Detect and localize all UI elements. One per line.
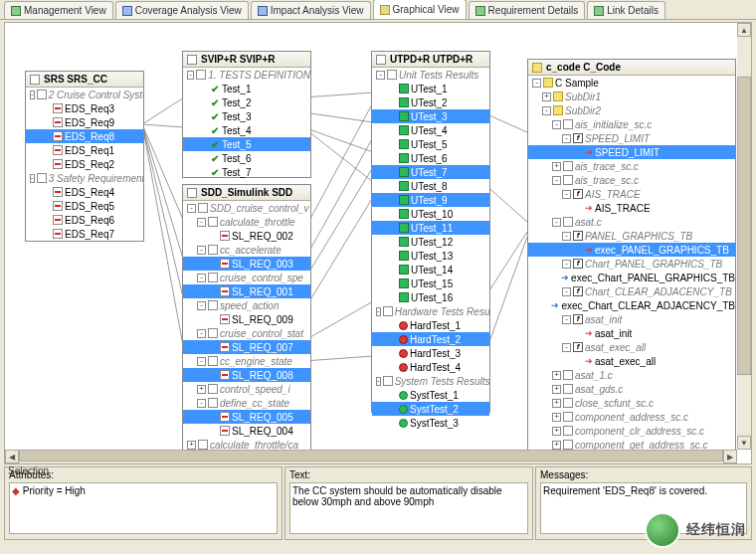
- tree-item[interactable]: -Hardware Tests Result: [372, 304, 489, 318]
- tree-item[interactable]: UTest_4: [372, 123, 489, 137]
- expand-toggle[interactable]: -: [542, 106, 551, 115]
- tree-item[interactable]: ✔Test_7: [183, 165, 310, 179]
- tree-item[interactable]: -Unit Tests Results: [372, 68, 489, 82]
- expand-toggle[interactable]: -: [376, 71, 385, 80]
- panel-ccode[interactable]: c_code C_Code -C Sample+SubDir1-SubDir2-…: [527, 59, 736, 457]
- tree-item[interactable]: -calculate_throttle: [183, 215, 310, 229]
- scroll-thumb[interactable]: [737, 77, 751, 375]
- tree-item[interactable]: ➔AIS_TRACE: [528, 201, 735, 215]
- tree-item[interactable]: +asat_1.c: [528, 368, 735, 382]
- tree-item[interactable]: -fPANEL_GRAPHICS_TB: [528, 229, 735, 243]
- tree-item[interactable]: ➔exec_Chart_CLEAR_ADJACENCY_TB: [528, 298, 735, 312]
- tree-item[interactable]: ✔Test_5: [183, 137, 310, 151]
- tree-item[interactable]: -cc_engine_state: [183, 354, 310, 368]
- tree-item[interactable]: ✔Test_4: [183, 123, 310, 137]
- tree-item[interactable]: -ais_trace_sc.c: [528, 173, 735, 187]
- tab-impact[interactable]: Impact Analysis View: [251, 1, 371, 19]
- expand-toggle[interactable]: -: [562, 134, 571, 143]
- tree-item[interactable]: SystTest_3: [372, 416, 489, 430]
- expand-toggle[interactable]: -: [197, 329, 206, 338]
- tree-item[interactable]: UTest_14: [372, 263, 489, 277]
- tree-item[interactable]: ➔asat_exec_all: [528, 354, 735, 368]
- tree-item[interactable]: UTest_13: [372, 249, 489, 263]
- tree-item[interactable]: -3 Safety Requirements: [26, 171, 143, 185]
- expand-toggle[interactable]: -: [197, 399, 206, 408]
- tree-item[interactable]: EDS_Req3: [26, 101, 143, 115]
- tab-management[interactable]: Management View: [4, 1, 113, 19]
- tree-item[interactable]: SystTest_1: [372, 388, 489, 402]
- panel-utpd[interactable]: UTPD+R UTPD+R -Unit Tests ResultsUTest_1…: [371, 51, 490, 413]
- expand-toggle[interactable]: +: [187, 441, 196, 450]
- tree-item[interactable]: HardTest_1: [372, 318, 489, 332]
- tree-item[interactable]: UTest_11: [372, 221, 489, 235]
- expand-toggle[interactable]: -: [197, 274, 206, 282]
- tree-item[interactable]: +ais_trace_sc.c: [528, 159, 735, 173]
- tree-item[interactable]: SL_REQ_004: [183, 424, 310, 438]
- tree-item[interactable]: SL_REQ_007: [183, 340, 310, 354]
- panel-srs[interactable]: SRS SRS_CC -2 Cruise Control SysteEDS_Re…: [25, 71, 144, 242]
- tree-item[interactable]: EDS_Req2: [26, 157, 143, 171]
- tree-item[interactable]: UTest_9: [372, 193, 489, 207]
- scroll-left-button[interactable]: ◀: [5, 450, 19, 463]
- tree-item[interactable]: EDS_Req1: [26, 143, 143, 157]
- expand-toggle[interactable]: -: [197, 357, 206, 366]
- tree-item[interactable]: ✔Test_2: [183, 95, 310, 109]
- tree-item[interactable]: +control_speed_i: [183, 382, 310, 396]
- tree-item[interactable]: UTest_15: [372, 277, 489, 290]
- tree-item[interactable]: +close_scfunt_sc.c: [528, 396, 735, 410]
- tree-item[interactable]: UTest_1: [372, 82, 489, 95]
- tree-item[interactable]: UTest_6: [372, 151, 489, 165]
- tree-item[interactable]: -define_cc_state: [183, 396, 310, 410]
- tab-req-details[interactable]: Requirement Details: [469, 1, 586, 19]
- tree-item[interactable]: +asat_gds.c: [528, 382, 735, 396]
- tree-item[interactable]: SystTest_2: [372, 402, 489, 416]
- expand-toggle[interactable]: -: [552, 120, 561, 129]
- scroll-down-button[interactable]: ▼: [737, 436, 751, 450]
- expand-toggle[interactable]: -: [376, 307, 381, 316]
- expand-toggle[interactable]: +: [552, 371, 561, 380]
- tree-item[interactable]: -cruise_control_stat: [183, 326, 310, 340]
- vertical-scrollbar[interactable]: ▲ ▼: [737, 23, 751, 450]
- expand-toggle[interactable]: -: [197, 246, 206, 255]
- tree-item[interactable]: ➔exec_PANEL_GRAPHICS_TB: [528, 243, 735, 257]
- tree-item[interactable]: -C Sample: [528, 76, 735, 90]
- scroll-right-button[interactable]: ▶: [723, 450, 737, 463]
- horizontal-scrollbar[interactable]: ◀ ▶: [5, 450, 737, 463]
- tree-item[interactable]: -fSPEED_LIMIT: [528, 131, 735, 145]
- tree-item[interactable]: -2 Cruise Control Syste: [26, 88, 143, 101]
- expand-toggle[interactable]: -: [197, 218, 206, 227]
- expand-toggle[interactable]: -: [552, 218, 561, 227]
- expand-toggle[interactable]: -: [562, 190, 571, 199]
- tree-item[interactable]: ➔asat_init: [528, 326, 735, 340]
- expand-toggle[interactable]: -: [532, 79, 541, 88]
- tree-item[interactable]: -speed_action: [183, 298, 310, 312]
- expand-toggle[interactable]: +: [552, 162, 561, 171]
- tree-item[interactable]: +SubDir1: [528, 90, 735, 103]
- tree-ccode[interactable]: -C Sample+SubDir1-SubDir2-ais_initialize…: [528, 76, 735, 464]
- tree-item[interactable]: SL_REQ_009: [183, 312, 310, 326]
- expand-toggle[interactable]: -: [562, 315, 571, 324]
- tree-item[interactable]: EDS_Req4: [26, 185, 143, 199]
- tree-item[interactable]: -SubDir2: [528, 103, 735, 117]
- tree-item[interactable]: SL_REQ_001: [183, 284, 310, 298]
- scroll-thumb[interactable]: [19, 450, 723, 462]
- tree-item[interactable]: -SDD_cruise_control_v: [183, 201, 310, 215]
- tree-item[interactable]: -1. TESTS DEFINITION: [183, 68, 310, 82]
- tree-item[interactable]: ➔exec_Chart_PANEL_GRAPHICS_TB: [528, 271, 735, 284]
- expand-toggle[interactable]: -: [30, 174, 35, 183]
- tree-item[interactable]: -fAIS_TRACE: [528, 187, 735, 201]
- expand-toggle[interactable]: -: [562, 287, 571, 296]
- scroll-up-button[interactable]: ▲: [737, 23, 751, 37]
- tab-link-details[interactable]: Link Details: [587, 1, 665, 19]
- tree-item[interactable]: SL_REQ_008: [183, 368, 310, 382]
- tree-item[interactable]: UTest_3: [372, 109, 489, 123]
- expand-toggle[interactable]: -: [187, 71, 194, 80]
- tree-item[interactable]: +component_address_sc.c: [528, 410, 735, 424]
- tree-item[interactable]: EDS_Req5: [26, 199, 143, 213]
- expand-toggle[interactable]: +: [552, 441, 561, 450]
- expand-toggle[interactable]: +: [552, 413, 561, 422]
- expand-toggle[interactable]: +: [552, 399, 561, 408]
- expand-toggle[interactable]: +: [542, 92, 551, 101]
- expand-toggle[interactable]: -: [187, 204, 196, 213]
- tree-item[interactable]: HardTest_4: [372, 360, 489, 374]
